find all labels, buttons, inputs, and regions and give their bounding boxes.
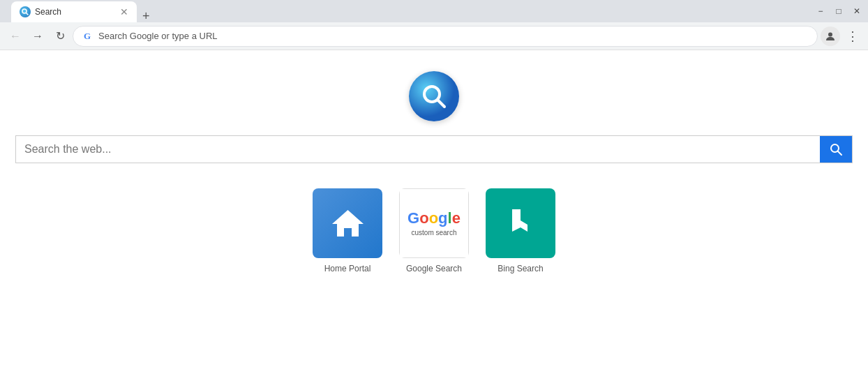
maximize-button[interactable]: □ — [833, 6, 844, 17]
forward-button[interactable]: → — [28, 27, 47, 46]
google-logo-icon: G — [82, 31, 93, 42]
google-search-icon: Google custom search — [399, 188, 469, 258]
home-portal-icon — [313, 188, 382, 258]
svg-line-4 — [437, 100, 444, 107]
address-input-wrap[interactable]: G Search Google or type a URL — [73, 26, 818, 47]
active-tab[interactable]: Search ✕ — [11, 1, 137, 22]
home-portal-label: Home Portal — [324, 264, 371, 273]
google-search-label: Google Search — [406, 264, 462, 273]
minimize-button[interactable]: − — [815, 6, 826, 17]
tab-close-button[interactable]: ✕ — [120, 6, 128, 17]
search-submit-button[interactable] — [820, 136, 852, 163]
search-logo — [409, 71, 459, 121]
chrome-menu-button[interactable]: ⋮ — [843, 27, 862, 46]
address-display[interactable]: Search Google or type a URL — [98, 31, 809, 41]
bing-search-icon — [486, 188, 555, 258]
shortcut-bing-search[interactable]: Bing Search — [486, 188, 555, 273]
search-bar — [15, 135, 853, 163]
new-tab-button[interactable]: + — [142, 10, 150, 22]
address-bar: ← → ↻ G Search Google or type a URL ⋮ — [0, 22, 868, 50]
search-input[interactable] — [16, 136, 820, 163]
profile-button[interactable] — [821, 27, 840, 46]
shortcut-home-portal[interactable]: Home Portal — [313, 188, 382, 273]
tab-favicon — [20, 6, 31, 17]
reload-button[interactable]: ↻ — [50, 27, 70, 46]
window-controls: − □ ✕ — [815, 6, 862, 17]
svg-point-2 — [828, 32, 832, 36]
title-bar: Search ✕ + − □ ✕ — [0, 0, 868, 22]
main-content: Home Portal Google custom search Google … — [0, 50, 868, 359]
tab-title: Search — [35, 7, 116, 17]
svg-marker-7 — [332, 210, 364, 236]
shortcut-google-search[interactable]: Google custom search Google Search — [399, 188, 469, 273]
svg-line-1 — [27, 13, 29, 15]
svg-line-6 — [838, 151, 841, 155]
close-button[interactable]: ✕ — [851, 6, 862, 17]
bing-search-label: Bing Search — [497, 264, 543, 273]
shortcuts-grid: Home Portal Google custom search Google … — [313, 188, 555, 273]
back-button[interactable]: ← — [6, 27, 25, 46]
